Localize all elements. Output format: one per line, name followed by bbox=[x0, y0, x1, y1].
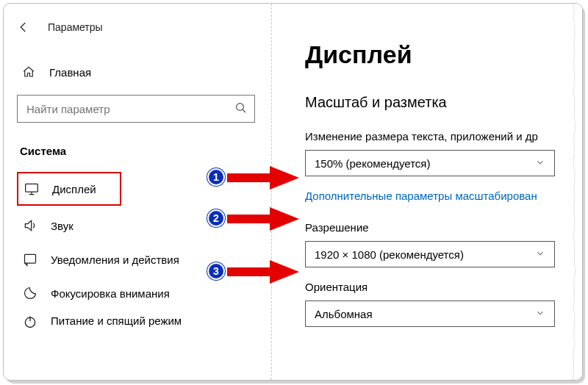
section-title: Масштаб и разметка bbox=[305, 94, 582, 111]
chevron-down-icon bbox=[535, 157, 545, 170]
app-title: Параметры bbox=[48, 21, 103, 33]
annotation-arrow-1 bbox=[227, 165, 301, 191]
orientation-label: Ориентация bbox=[305, 281, 582, 293]
sidebar-item-label: Питание и спящий режим bbox=[51, 314, 182, 327]
scale-select[interactable]: 150% (рекомендуется) bbox=[305, 150, 555, 176]
torn-edge-decoration bbox=[573, 4, 583, 380]
search-input[interactable] bbox=[17, 95, 255, 123]
scale-label: Изменение размера текста, приложений и д… bbox=[305, 130, 582, 143]
power-icon bbox=[23, 314, 37, 329]
resolution-value: 1920 × 1080 (рекомендуется) bbox=[315, 248, 464, 261]
annotation-badge-1: 1 bbox=[207, 168, 225, 186]
chevron-down-icon bbox=[535, 248, 545, 261]
chevron-down-icon bbox=[535, 308, 545, 320]
sidebar-item-power[interactable]: Питание и спящий режим bbox=[17, 310, 268, 334]
home-icon bbox=[21, 65, 36, 79]
search-box[interactable] bbox=[17, 95, 255, 123]
back-button[interactable] bbox=[17, 21, 30, 34]
vertical-divider bbox=[271, 4, 272, 380]
search-icon bbox=[234, 101, 248, 118]
notifications-icon bbox=[23, 252, 37, 267]
resolution-label: Разрешение bbox=[305, 221, 582, 234]
svg-point-0 bbox=[237, 104, 244, 111]
sidebar-item-label: Уведомления и действия bbox=[51, 253, 179, 266]
annotation-arrow-3 bbox=[227, 259, 301, 285]
annotation-badge-3: 3 bbox=[207, 262, 225, 280]
sound-icon bbox=[23, 218, 37, 233]
annotation-arrow-2 bbox=[227, 206, 301, 232]
svg-rect-2 bbox=[25, 254, 36, 263]
sidebar-item-home[interactable]: Главная bbox=[17, 65, 268, 79]
monitor-icon bbox=[24, 181, 39, 196]
orientation-value: Альбомная bbox=[315, 308, 373, 320]
focus-icon bbox=[23, 286, 37, 301]
svg-rect-1 bbox=[26, 184, 38, 192]
sidebar-item-label: Дисплей bbox=[52, 183, 96, 195]
advanced-scaling-link[interactable]: Дополнительные параметры масштабирован bbox=[305, 190, 582, 202]
scale-value: 150% (рекомендуется) bbox=[315, 157, 430, 170]
home-label: Главная bbox=[49, 66, 91, 79]
sidebar-item-label: Фокусировка внимания bbox=[51, 287, 170, 300]
orientation-select[interactable]: Альбомная bbox=[305, 301, 555, 327]
page-title: Дисплей bbox=[305, 40, 582, 69]
group-title: Система bbox=[17, 145, 268, 157]
sidebar-item-label: Звук bbox=[51, 220, 74, 232]
resolution-select[interactable]: 1920 × 1080 (рекомендуется) bbox=[305, 241, 555, 267]
annotation-badge-2: 2 bbox=[207, 209, 225, 227]
sidebar-item-display[interactable]: Дисплей bbox=[17, 172, 121, 206]
